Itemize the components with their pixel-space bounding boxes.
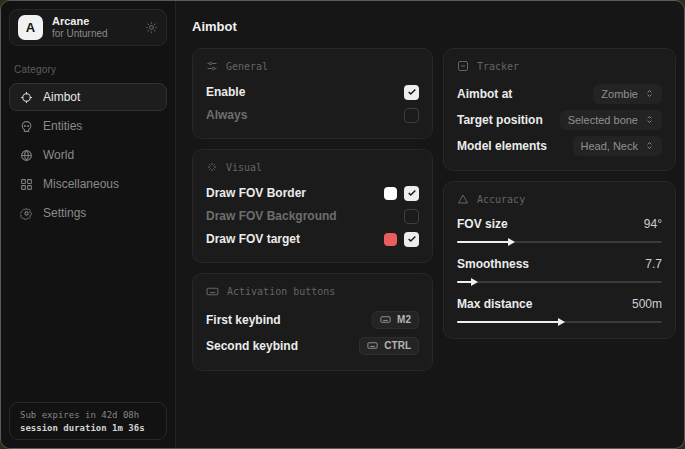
sparkle-icon bbox=[206, 161, 218, 173]
sub-expiry-text: Sub expires in 42d 08h bbox=[20, 410, 156, 420]
grid-icon bbox=[20, 178, 33, 191]
chevrons-up-down-icon bbox=[645, 89, 654, 98]
slider-max-distance: Max distance 500m bbox=[457, 294, 662, 323]
setting-label: Target position bbox=[457, 113, 543, 127]
activation-card: Activation buttons First keybind M2 bbox=[192, 273, 433, 371]
setting-label: Aimbot at bbox=[457, 87, 512, 101]
subscription-status-box: Sub expires in 42d 08h session duration … bbox=[9, 402, 167, 440]
sidebar-item-aimbot[interactable]: Aimbot bbox=[9, 83, 167, 111]
model-elements-dropdown[interactable]: Head, Neck bbox=[573, 136, 662, 156]
setting-label: Always bbox=[206, 108, 247, 122]
sidebar-item-settings[interactable]: Settings bbox=[9, 199, 167, 227]
fov-background-checkbox[interactable] bbox=[404, 209, 419, 224]
setting-row-fov-background: Draw FOV Background bbox=[206, 205, 419, 227]
fov-size-slider[interactable] bbox=[457, 241, 662, 243]
sidebar-item-label: World bbox=[43, 148, 74, 162]
fov-border-checkbox[interactable] bbox=[404, 186, 419, 201]
sidebar-item-label: Entities bbox=[43, 119, 82, 133]
first-keybind-button[interactable]: M2 bbox=[372, 311, 419, 329]
always-checkbox[interactable] bbox=[404, 108, 419, 123]
section-title: Tracker bbox=[477, 61, 519, 72]
app-logo: A bbox=[18, 15, 43, 40]
setting-label: Draw FOV target bbox=[206, 232, 300, 246]
app-window: A Arcane for Unturned Category A bbox=[0, 0, 685, 449]
sidebar-item-world[interactable]: World bbox=[9, 141, 167, 169]
section-title: Accuracy bbox=[477, 194, 525, 205]
sidebar-item-label: Miscellaneous bbox=[43, 177, 119, 191]
setting-row-aimbot-at: Aimbot at Zombie bbox=[457, 81, 662, 106]
setting-row-target-position: Target position Selected bone bbox=[457, 107, 662, 132]
slider-thumb[interactable] bbox=[558, 318, 565, 326]
setting-row-second-keybind: Second keybind CTRL bbox=[206, 333, 419, 358]
slider-thumb[interactable] bbox=[471, 278, 478, 286]
slider-smoothness: Smoothness 7.7 bbox=[457, 254, 662, 283]
sliders-icon bbox=[206, 60, 218, 72]
tracker-card: Tracker Aimbot at Zombie bbox=[443, 48, 676, 171]
setting-label: Enable bbox=[206, 85, 245, 99]
setting-row-always: Always bbox=[206, 104, 419, 126]
fov-target-checkbox[interactable] bbox=[404, 232, 419, 247]
visual-card: Visual Draw FOV Border bbox=[192, 149, 433, 263]
slider-fov-size: FOV size 94° bbox=[457, 214, 662, 243]
section-title: Visual bbox=[226, 162, 262, 173]
main-panel: Aimbot General Enable bbox=[176, 1, 684, 448]
slider-thumb[interactable] bbox=[508, 238, 515, 246]
setting-label: Max distance bbox=[457, 297, 532, 311]
dropdown-value: Selected bone bbox=[568, 114, 638, 126]
section-title: Activation buttons bbox=[227, 286, 335, 297]
second-keybind-button[interactable]: CTRL bbox=[359, 337, 419, 355]
logo-text: Arcane for Unturned bbox=[52, 15, 136, 39]
sidebar-item-label: Settings bbox=[43, 206, 86, 220]
section-title: General bbox=[226, 61, 268, 72]
sidebar: A Arcane for Unturned Category A bbox=[1, 1, 176, 448]
category-label: Category bbox=[14, 64, 167, 75]
box-minus-icon bbox=[457, 60, 469, 72]
setting-row-enable: Enable bbox=[206, 81, 419, 103]
globe-icon bbox=[20, 149, 33, 162]
max-distance-slider[interactable] bbox=[457, 321, 662, 323]
gear-icon[interactable] bbox=[145, 21, 158, 34]
dropdown-value: Zombie bbox=[601, 88, 638, 100]
keyboard-icon bbox=[367, 340, 378, 351]
setting-row-fov-border: Draw FOV Border bbox=[206, 182, 419, 204]
chevrons-up-down-icon bbox=[645, 141, 654, 150]
slider-value: 7.7 bbox=[645, 257, 662, 271]
keyboard-icon bbox=[380, 314, 391, 325]
keybind-value: M2 bbox=[397, 314, 411, 325]
setting-row-model-elements: Model elements Head, Neck bbox=[457, 133, 662, 158]
page-title: Aimbot bbox=[192, 19, 668, 34]
sidebar-nav: Aimbot Entities World bbox=[9, 83, 167, 227]
crosshair-icon bbox=[20, 91, 33, 104]
sidebar-item-entities[interactable]: Entities bbox=[9, 112, 167, 140]
setting-row-first-keybind: First keybind M2 bbox=[206, 307, 419, 332]
slider-value: 500m bbox=[632, 297, 662, 311]
triangle-icon bbox=[457, 193, 469, 205]
chevrons-up-down-icon bbox=[645, 115, 654, 124]
settings-gear-icon bbox=[20, 207, 33, 220]
general-card: General Enable Always bbox=[192, 48, 433, 139]
smoothness-slider[interactable] bbox=[457, 281, 662, 283]
setting-label: FOV size bbox=[457, 217, 508, 231]
target-position-dropdown[interactable]: Selected bone bbox=[560, 110, 662, 130]
setting-row-fov-target: Draw FOV target bbox=[206, 228, 419, 250]
setting-label: Model elements bbox=[457, 139, 547, 153]
fov-border-color-swatch[interactable] bbox=[384, 187, 397, 200]
dropdown-value: Head, Neck bbox=[581, 140, 638, 152]
setting-label: Draw FOV Background bbox=[206, 209, 337, 223]
accuracy-card: Accuracy FOV size 94° bbox=[443, 181, 676, 339]
session-duration-text: session duration 1m 36s bbox=[20, 423, 156, 433]
sidebar-item-label: Aimbot bbox=[43, 90, 80, 104]
fov-target-color-swatch[interactable] bbox=[384, 233, 397, 246]
slider-value: 94° bbox=[644, 217, 662, 231]
keybind-value: CTRL bbox=[384, 340, 411, 351]
aimbot-at-dropdown[interactable]: Zombie bbox=[593, 84, 662, 104]
sidebar-item-miscellaneous[interactable]: Miscellaneous bbox=[9, 170, 167, 198]
setting-label: Second keybind bbox=[206, 339, 298, 353]
skull-icon bbox=[20, 120, 33, 133]
setting-label: Draw FOV Border bbox=[206, 186, 306, 200]
app-title: Arcane bbox=[52, 15, 136, 28]
enable-checkbox[interactable] bbox=[404, 85, 419, 100]
setting-label: First keybind bbox=[206, 313, 281, 327]
app-subtitle: for Unturned bbox=[52, 28, 136, 40]
logo-card: A Arcane for Unturned bbox=[9, 9, 167, 46]
